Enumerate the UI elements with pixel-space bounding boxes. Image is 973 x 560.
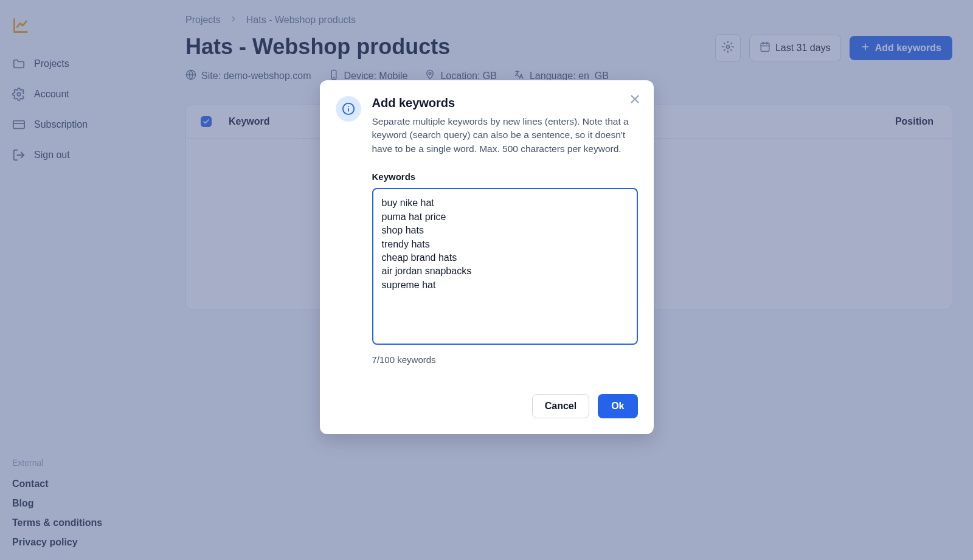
ok-button[interactable]: Ok (598, 394, 637, 418)
modal-description: Separate multiple keywords by new lines … (372, 115, 638, 156)
cancel-button[interactable]: Cancel (532, 394, 589, 418)
keywords-label: Keywords (372, 171, 638, 182)
modal-title: Add keywords (372, 96, 638, 110)
add-keywords-modal: Add keywords Separate multiple keywords … (320, 80, 654, 434)
info-icon (336, 96, 361, 122)
close-icon[interactable] (628, 92, 642, 106)
modal-overlay[interactable]: Add keywords Separate multiple keywords … (0, 0, 973, 560)
keywords-textarea[interactable] (372, 188, 638, 345)
keyword-counter: 7/100 keywords (372, 354, 638, 365)
